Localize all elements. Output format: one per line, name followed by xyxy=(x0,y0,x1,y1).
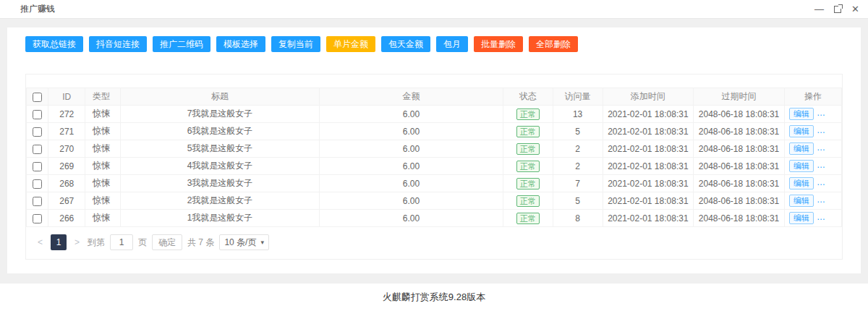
expire-time-cell: 2048-06-18 18:08:31 xyxy=(694,123,785,140)
added-time-cell: 2021-02-01 18:08:31 xyxy=(603,106,694,123)
visits-cell: 7 xyxy=(553,175,603,192)
status-badge: 正常 xyxy=(516,108,540,120)
status-cell: 正常 xyxy=(503,140,553,158)
status-cell: 正常 xyxy=(503,158,553,175)
page-size-select[interactable]: 10 条/页 ▾ xyxy=(219,234,269,250)
table-row: 266惊悚1我就是这般女子6.00正常82021-02-01 18:08:312… xyxy=(27,210,842,227)
table-header-row: ID类型标题金额状态访问量添加时间过期时间操作 xyxy=(27,88,842,106)
confirm-button[interactable]: 确定 xyxy=(152,234,182,250)
edit-button[interactable]: 编辑 xyxy=(789,142,814,155)
actions-cell: 编辑播放 xyxy=(784,210,841,227)
amount-cell: 6.00 xyxy=(320,192,503,210)
total-count-label: 共 7 条 xyxy=(187,237,214,249)
title-cell: 3我就是这般女子 xyxy=(120,175,320,192)
amount-cell: 6.00 xyxy=(320,123,503,140)
type-cell: 惊悚 xyxy=(85,158,121,175)
daily-price-button[interactable]: 包天金额 xyxy=(381,36,430,52)
delete-all-button[interactable]: 全部删除 xyxy=(529,36,578,52)
batch-delete-button[interactable]: 批量删除 xyxy=(474,36,523,52)
status-badge: 正常 xyxy=(516,126,540,137)
page-title: 推广赚钱 xyxy=(20,3,55,15)
items-table: ID类型标题金额状态访问量添加时间过期时间操作 272惊悚7我就是这般女子6.0… xyxy=(26,88,842,227)
monthly-button[interactable]: 包月 xyxy=(436,36,468,52)
maximize-icon[interactable] xyxy=(834,6,841,13)
added-time-cell: 2021-02-01 18:08:31 xyxy=(603,175,694,192)
status-badge: 正常 xyxy=(516,143,540,155)
amount-cell: 6.00 xyxy=(320,175,503,192)
select-all-checkbox[interactable] xyxy=(33,93,42,102)
next-page-button[interactable]: > xyxy=(72,237,82,247)
get-total-link-button[interactable]: 获取总链接 xyxy=(25,36,83,52)
page-1-button[interactable]: 1 xyxy=(51,234,67,250)
added-time-cell: 2021-02-01 18:08:31 xyxy=(603,123,694,140)
row-select-cell xyxy=(27,192,48,210)
status-badge: 正常 xyxy=(516,213,540,224)
status-badge: 正常 xyxy=(516,178,540,189)
expire-time-cell: 2048-06-18 18:08:31 xyxy=(694,210,785,227)
row-checkbox[interactable] xyxy=(33,162,42,171)
type-cell: 惊悚 xyxy=(85,123,121,140)
edit-button[interactable]: 编辑 xyxy=(789,125,814,137)
expire-time-cell: 2048-06-18 18:08:31 xyxy=(694,192,785,210)
title-cell: 2我就是这般女子 xyxy=(120,192,320,210)
type-cell: 惊悚 xyxy=(85,140,121,158)
edit-button[interactable]: 编辑 xyxy=(789,177,814,189)
column-header: 访问量 xyxy=(553,88,603,106)
expire-time-cell: 2048-06-18 18:08:31 xyxy=(694,175,785,192)
row-checkbox[interactable] xyxy=(33,145,42,154)
actions-cell: 编辑播放 xyxy=(784,175,841,192)
actions-cell: 编辑播放 xyxy=(784,140,841,158)
column-header: 金额 xyxy=(320,88,503,106)
status-badge: 正常 xyxy=(516,161,540,172)
douyin-short-link-button[interactable]: 抖音短连接 xyxy=(89,36,147,52)
window-controls: — ✕ xyxy=(814,4,859,14)
footer: 火麒麟打赏系统9.28版本 xyxy=(0,284,868,311)
page-unit-label: 页 xyxy=(138,237,147,249)
row-checkbox[interactable] xyxy=(33,179,42,189)
status-badge: 正常 xyxy=(516,195,540,207)
toolbar: 获取总链接抖音短连接推广二维码模板选择复制当前单片金额包天金额包月批量删除全部删… xyxy=(7,27,861,52)
template-select-button[interactable]: 模板选择 xyxy=(216,36,265,52)
edit-button[interactable]: 编辑 xyxy=(789,195,814,207)
row-checkbox[interactable] xyxy=(33,197,42,206)
single-price-button[interactable]: 单片金额 xyxy=(326,36,375,52)
visits-cell: 5 xyxy=(553,123,603,140)
close-icon[interactable]: ✕ xyxy=(851,4,859,14)
edit-button[interactable]: 编辑 xyxy=(789,160,814,172)
actions-cell: 编辑播放 xyxy=(784,106,841,123)
row-select-cell xyxy=(27,158,48,175)
status-cell: 正常 xyxy=(503,106,553,123)
goto-label: 到第 xyxy=(88,237,105,249)
goto-page-input[interactable] xyxy=(110,234,133,250)
actions-cell: 编辑播放 xyxy=(784,123,841,140)
row-select-cell xyxy=(27,210,48,227)
edit-button[interactable]: 编辑 xyxy=(789,212,814,224)
minimize-icon[interactable]: — xyxy=(814,4,824,14)
footer-text: 火麒麟打赏系统9.28版本 xyxy=(383,291,485,304)
promo-qrcode-button[interactable]: 推广二维码 xyxy=(153,36,210,52)
copy-current-button[interactable]: 复制当前 xyxy=(271,36,320,52)
id-cell: 269 xyxy=(48,158,85,175)
title-cell: 5我就是这般女子 xyxy=(120,140,320,158)
main-panel: 获取总链接抖音短连接推广二维码模板选择复制当前单片金额包天金额包月批量删除全部删… xyxy=(7,27,861,273)
row-select-cell xyxy=(27,175,48,192)
id-cell: 272 xyxy=(48,106,85,123)
edit-button[interactable]: 编辑 xyxy=(789,108,814,120)
row-checkbox[interactable] xyxy=(33,110,42,119)
column-header: 添加时间 xyxy=(603,88,694,106)
table-row: 269惊悚4我就是这般女子6.00正常22021-02-01 18:08:312… xyxy=(27,158,842,175)
amount-cell: 6.00 xyxy=(320,210,503,227)
row-checkbox[interactable] xyxy=(33,127,42,137)
status-cell: 正常 xyxy=(503,175,553,192)
actions-cell: 编辑播放 xyxy=(784,158,841,175)
visits-cell: 2 xyxy=(553,158,603,175)
visits-cell: 5 xyxy=(553,192,603,210)
id-cell: 270 xyxy=(48,140,85,158)
added-time-cell: 2021-02-01 18:08:31 xyxy=(603,140,694,158)
type-cell: 惊悚 xyxy=(85,175,121,192)
visits-cell: 8 xyxy=(553,210,603,227)
id-cell: 268 xyxy=(48,175,85,192)
row-checkbox[interactable] xyxy=(33,214,42,223)
status-cell: 正常 xyxy=(503,123,553,140)
prev-page-button[interactable]: < xyxy=(35,237,46,247)
